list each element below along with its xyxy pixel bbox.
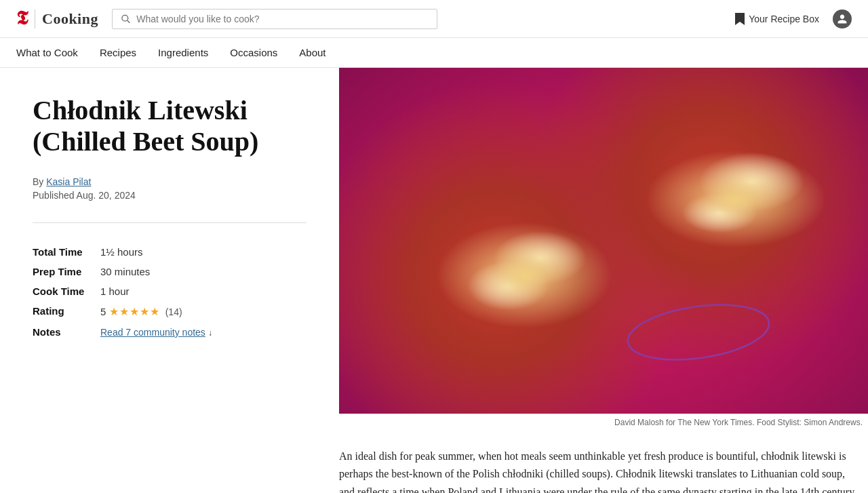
right-panel: David Malosh for The New York Times. Foo… [339, 68, 868, 493]
recipe-box-label: Your Recipe Box [749, 14, 819, 24]
user-avatar-button[interactable] [833, 9, 852, 28]
notes-arrow-icon: ↓ [208, 328, 212, 338]
prep-time-value: 30 minutes [100, 262, 307, 281]
nyt-logo: 𝕿 [16, 7, 28, 30]
main-nav: What to Cook Recipes Ingredients Occasio… [0, 38, 868, 68]
header-actions: Your Recipe Box [735, 9, 852, 28]
author-line: By Kasia Pilat [33, 176, 307, 187]
recipe-image-container [339, 68, 868, 414]
bookmark-icon [735, 13, 745, 25]
left-panel: Chłodnik Litewski (Chilled Beet Soup) By… [0, 68, 339, 493]
search-icon [121, 14, 131, 24]
nav-item-recipes[interactable]: Recipes [100, 44, 136, 61]
logo-divider [35, 9, 35, 28]
recipe-box-button[interactable]: Your Recipe Box [735, 13, 819, 25]
cook-time-row: Cook Time 1 hour [33, 281, 307, 301]
rating-row: Rating 5 ★★★★★ (14) [33, 301, 307, 322]
nav-item-ingredients[interactable]: Ingredients [158, 44, 208, 61]
nav-item-occasions[interactable]: Occasions [230, 44, 277, 61]
author-link[interactable]: Kasia Pilat [46, 176, 91, 187]
published-date: Published Aug. 20, 2024 [33, 190, 307, 201]
prep-time-label: Prep Time [33, 262, 100, 281]
user-icon [837, 14, 848, 24]
search-bar [112, 9, 437, 29]
main-container: Chłodnik Litewski (Chilled Beet Soup) By… [0, 68, 868, 493]
article-text: An ideal dish for peak summer, when hot … [339, 448, 857, 493]
cook-time-value: 1 hour [100, 281, 307, 301]
total-time-row: Total Time 1½ hours [33, 242, 307, 262]
notes-label: Notes [33, 322, 100, 342]
article-body: An ideal dish for peak summer, when hot … [339, 448, 868, 493]
recipe-image [339, 68, 868, 414]
nav-item-what-to-cook[interactable]: What to Cook [16, 44, 78, 61]
notes-row: Notes Read 7 community notes ↓ [33, 322, 307, 342]
search-input[interactable] [136, 14, 429, 24]
rating-count: (14) [165, 307, 182, 317]
recipe-title: Chłodnik Litewski (Chilled Beet Soup) [33, 95, 307, 157]
recipe-meta-table: Total Time 1½ hours Prep Time 30 minutes… [33, 242, 307, 342]
section-divider [33, 222, 307, 223]
cook-time-label: Cook Time [33, 281, 100, 301]
notes-value: Read 7 community notes ↓ [100, 322, 307, 342]
prep-time-row: Prep Time 30 minutes [33, 262, 307, 281]
rating-stars: ★★★★★ [109, 306, 160, 317]
community-notes-link[interactable]: Read 7 community notes [100, 327, 205, 338]
rating-label: Rating [33, 301, 100, 322]
svg-line-1 [127, 20, 130, 22]
rating-value: 5 ★★★★★ (14) [100, 301, 307, 322]
image-caption: David Malosh for The New York Times. Foo… [339, 414, 868, 431]
site-logo[interactable]: 𝕿 Cooking [16, 7, 98, 30]
svg-point-0 [122, 15, 128, 21]
rating-number: 5 [100, 306, 106, 317]
cooking-logo-text: Cooking [42, 10, 98, 28]
total-time-label: Total Time [33, 242, 100, 262]
site-header: 𝕿 Cooking Your Recipe Box [0, 0, 868, 38]
nav-item-about[interactable]: About [299, 44, 326, 61]
total-time-value: 1½ hours [100, 242, 307, 262]
